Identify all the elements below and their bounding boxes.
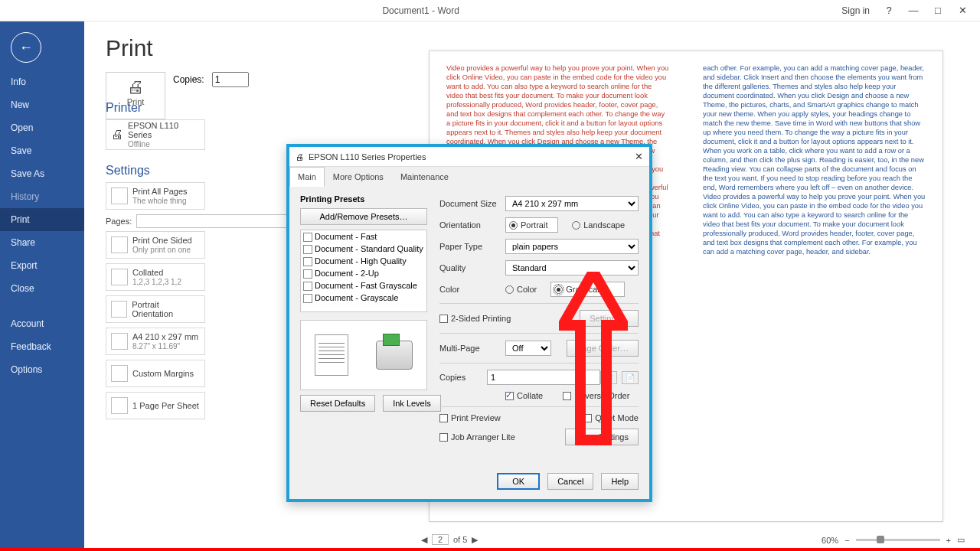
- orientation-portrait[interactable]: Portrait: [505, 217, 558, 233]
- close-button[interactable]: ✕: [957, 5, 968, 16]
- nav-info[interactable]: Info: [0, 70, 84, 93]
- nav-account[interactable]: Account: [0, 312, 84, 335]
- dialog-close-icon[interactable]: ✕: [635, 151, 643, 162]
- video-progress-bar[interactable]: [0, 548, 980, 551]
- zoom-thumb[interactable]: [877, 536, 884, 543]
- printer-select[interactable]: 🖨 EPSON L110 SeriesOffline: [106, 119, 205, 150]
- page-navigator[interactable]: ◀ 2 of 5 ▶: [421, 534, 478, 545]
- printer-3d-icon: [376, 341, 413, 370]
- collate-checkbox[interactable]: Collate: [505, 391, 543, 400]
- multipage-select[interactable]: Off: [505, 341, 551, 356]
- setting-paper[interactable]: A4 210 x 297 mm8.27" x 11.69": [106, 328, 205, 355]
- title-bar: Document1 - Word Sign in ? — □ ✕: [0, 0, 980, 21]
- collate-icon: 📄: [600, 371, 617, 384]
- print-preview-checkbox[interactable]: Print Preview: [439, 413, 501, 422]
- help-button[interactable]: Help: [601, 473, 639, 490]
- back-button[interactable]: ←: [11, 32, 41, 63]
- cancel-button[interactable]: Cancel: [547, 473, 593, 490]
- two-sided-checkbox[interactable]: 2-Sided Printing: [439, 314, 511, 323]
- copies-label: Copies:: [173, 74, 204, 85]
- next-page-icon[interactable]: ▶: [472, 535, 478, 545]
- nav-export[interactable]: Export: [0, 254, 84, 277]
- nav-feedback[interactable]: Feedback: [0, 335, 84, 358]
- modal-copies-input[interactable]: [487, 370, 600, 385]
- preset-list[interactable]: Document - FastDocument - Standard Quali…: [300, 230, 427, 312]
- nav-save[interactable]: Save: [0, 139, 84, 162]
- color-color[interactable]: Color: [505, 285, 537, 294]
- printer-properties-dialog: 🖨 EPSON L110 Series Properties ✕ Main Mo…: [286, 144, 652, 502]
- add-remove-presets-button[interactable]: Add/Remove Presets…: [300, 208, 427, 225]
- setting-margins[interactable]: Custom Margins: [106, 360, 205, 387]
- reset-defaults-button[interactable]: Reset Defaults: [300, 395, 375, 412]
- tab-more-options[interactable]: More Options: [325, 167, 392, 187]
- setting-allpages[interactable]: Print All PagesThe whole thing: [106, 182, 205, 210]
- job-arranger-checkbox[interactable]: Job Arranger Lite: [439, 432, 515, 442]
- prev-page-icon[interactable]: ◀: [421, 535, 427, 545]
- setting-pps[interactable]: 1 Page Per Sheet: [106, 392, 205, 419]
- fit-page-icon[interactable]: ▭: [957, 535, 965, 545]
- page-title: Print: [106, 35, 329, 61]
- nav-open[interactable]: Open: [0, 116, 84, 139]
- nav-print[interactable]: Print: [0, 208, 84, 231]
- setting-onesided[interactable]: Print One SidedOnly print on one: [106, 231, 205, 259]
- document-size-select[interactable]: A4 210 x 297 mm: [505, 196, 639, 211]
- signin-link[interactable]: Sign in: [841, 5, 870, 16]
- minimize-button[interactable]: —: [908, 5, 919, 16]
- show-settings-button[interactable]: Show Settings: [565, 429, 639, 445]
- copies-input[interactable]: [212, 72, 249, 87]
- nav-new[interactable]: New: [0, 93, 84, 116]
- nav-share[interactable]: Share: [0, 231, 84, 254]
- nav-saveas[interactable]: Save As: [0, 162, 84, 185]
- tab-main[interactable]: Main: [289, 167, 325, 187]
- window-title: Document1 - Word: [0, 5, 841, 16]
- reverse-order-checkbox[interactable]: Reverse Order: [563, 391, 629, 400]
- setting-collated[interactable]: Collated1,2,3 1,2,3 1,2: [106, 263, 205, 291]
- printer-icon: 🖨: [296, 152, 304, 161]
- help-icon[interactable]: ?: [884, 5, 894, 16]
- maximize-button[interactable]: □: [933, 5, 943, 16]
- zoom-control[interactable]: 60% − + ▭: [822, 535, 965, 545]
- paper-type-select[interactable]: plain papers: [505, 239, 639, 254]
- printer-heading: Printer: [106, 101, 329, 115]
- nav-options[interactable]: Options: [0, 358, 84, 381]
- collate-icon-2: 📄: [622, 371, 639, 384]
- ink-levels-button[interactable]: Ink Levels: [383, 395, 441, 412]
- ok-button[interactable]: OK: [497, 473, 540, 490]
- color-grayscale[interactable]: Grayscale: [550, 282, 625, 297]
- nav-history[interactable]: History: [0, 185, 84, 208]
- preset-preview: [300, 320, 427, 390]
- backstage-nav: ← Info New Open Save Save As History Pri…: [0, 21, 84, 551]
- tab-maintenance[interactable]: Maintenance: [392, 167, 457, 187]
- quality-select[interactable]: Standard: [505, 260, 639, 276]
- printer-icon: 🖨: [111, 128, 123, 142]
- twosided-settings-button: Settings…: [580, 310, 639, 327]
- printer-icon: 🖨: [106, 77, 165, 97]
- preview-page-right: each other. For example, you can add a m…: [686, 51, 942, 521]
- nav-close[interactable]: Close: [0, 277, 84, 300]
- orientation-landscape[interactable]: Landscape: [572, 220, 625, 230]
- document-icon: [315, 334, 348, 376]
- quiet-mode-checkbox[interactable]: Quiet Mode: [583, 413, 639, 422]
- setting-orientation[interactable]: Portrait Orientation: [106, 295, 205, 323]
- page-order-button: Page Order…: [567, 340, 639, 357]
